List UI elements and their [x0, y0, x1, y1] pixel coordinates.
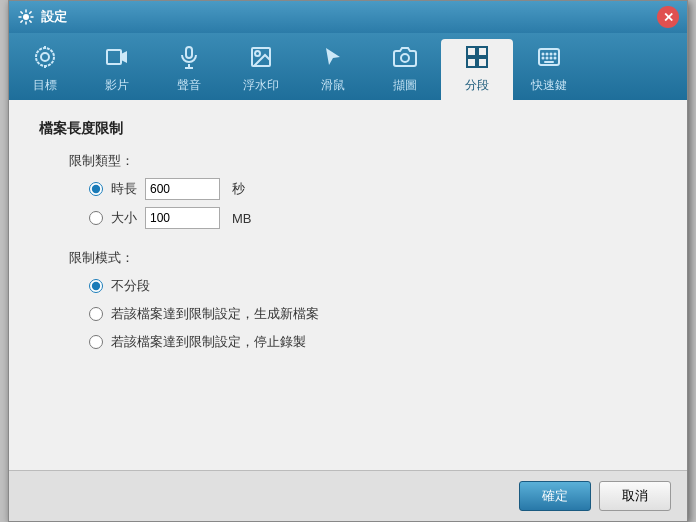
svg-point-11 [255, 51, 260, 56]
size-radio[interactable] [89, 211, 103, 225]
limit-type-label: 限制類型： [39, 152, 657, 170]
tab-hotkeys-label: 快速鍵 [531, 77, 567, 94]
tab-video[interactable]: 影片 [81, 39, 153, 100]
tab-bar: 目標 影片 聲音 [9, 33, 687, 100]
svg-point-2 [36, 48, 54, 66]
tab-camera[interactable]: 目標 [9, 39, 81, 100]
tab-camera-label: 目標 [33, 77, 57, 94]
settings-window: 設定 ✕ 目標 影片 [8, 0, 688, 522]
mode-stop-row: 若該檔案達到限制設定，停止錄製 [39, 333, 657, 351]
hotkeys-icon [537, 45, 561, 73]
cursor-icon [321, 45, 345, 73]
footer-bar: 確定 取消 [9, 470, 687, 521]
tab-cursor-label: 滑鼠 [321, 77, 345, 94]
camera-icon [33, 45, 57, 73]
mode-no-segment-label[interactable]: 不分段 [111, 277, 150, 295]
size-label[interactable]: 大小 [111, 209, 137, 227]
tab-segment-label: 分段 [465, 77, 489, 94]
segment-icon [465, 45, 489, 73]
screenshot-icon [393, 45, 417, 73]
duration-radio-row: 時長 秒 [39, 178, 657, 200]
duration-label[interactable]: 時長 [111, 180, 137, 198]
size-unit: MB [232, 211, 252, 226]
limit-mode-group: 限制模式： 不分段 若該檔案達到限制設定，生成新檔案 若該檔案達到限制設定，停止… [39, 249, 657, 351]
limit-mode-label: 限制模式： [39, 249, 657, 267]
mode-no-segment-radio[interactable] [89, 279, 103, 293]
svg-rect-13 [467, 47, 476, 56]
size-input[interactable] [145, 207, 220, 229]
cancel-button[interactable]: 取消 [599, 481, 671, 511]
mode-create-new-row: 若該檔案達到限制設定，生成新檔案 [39, 305, 657, 323]
tab-hotkeys[interactable]: 快速鍵 [513, 39, 585, 100]
duration-input[interactable] [145, 178, 220, 200]
tab-screenshot[interactable]: 擷圖 [369, 39, 441, 100]
tab-watermark-label: 浮水印 [243, 77, 279, 94]
svg-rect-7 [186, 47, 192, 58]
confirm-button[interactable]: 確定 [519, 481, 591, 511]
content-area: 檔案長度限制 限制類型： 時長 秒 大小 MB 限制模式： 不分段 [9, 100, 687, 470]
svg-rect-16 [478, 58, 487, 67]
mode-create-new-label[interactable]: 若該檔案達到限制設定，生成新檔案 [111, 305, 319, 323]
mode-stop-label[interactable]: 若該檔案達到限制設定，停止錄製 [111, 333, 306, 351]
mode-no-segment-row: 不分段 [39, 277, 657, 295]
title-bar-icon [17, 8, 35, 26]
svg-point-0 [23, 14, 29, 20]
tab-cursor[interactable]: 滑鼠 [297, 39, 369, 100]
mode-create-new-radio[interactable] [89, 307, 103, 321]
size-radio-row: 大小 MB [39, 207, 657, 229]
close-button[interactable]: ✕ [657, 6, 679, 28]
title-bar: 設定 ✕ [9, 1, 687, 33]
tab-audio-label: 聲音 [177, 77, 201, 94]
limit-type-group: 限制類型： 時長 秒 大小 MB [39, 152, 657, 229]
tab-screenshot-label: 擷圖 [393, 77, 417, 94]
svg-rect-5 [107, 50, 121, 64]
window-title: 設定 [41, 8, 657, 26]
svg-point-1 [41, 53, 49, 61]
tab-watermark[interactable]: 浮水印 [225, 39, 297, 100]
duration-unit: 秒 [232, 180, 245, 198]
svg-point-12 [401, 54, 409, 62]
video-icon [105, 45, 129, 73]
tab-video-label: 影片 [105, 77, 129, 94]
section-title: 檔案長度限制 [39, 120, 657, 138]
mode-stop-radio[interactable] [89, 335, 103, 349]
svg-rect-15 [467, 58, 476, 67]
audio-icon [177, 45, 201, 73]
tab-audio[interactable]: 聲音 [153, 39, 225, 100]
watermark-icon [249, 45, 273, 73]
duration-radio[interactable] [89, 182, 103, 196]
svg-rect-14 [478, 47, 487, 56]
tab-segment[interactable]: 分段 [441, 39, 513, 100]
